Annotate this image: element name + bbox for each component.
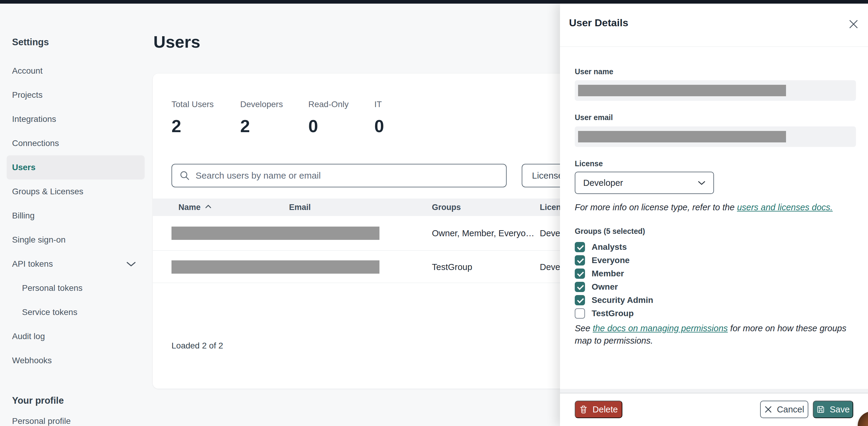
sidebar-item-users[interactable]: Users xyxy=(7,155,145,179)
license-select[interactable]: Developer xyxy=(575,172,714,194)
sidebar-item-single-sign-on[interactable]: Single sign-on xyxy=(12,228,148,252)
user-name-field[interactable] xyxy=(575,80,856,101)
user-name-label: User name xyxy=(575,67,613,76)
sidebar-item-account[interactable]: Account xyxy=(12,59,148,83)
group-option-everyone[interactable]: Everyone xyxy=(575,254,653,267)
group-option-security-admin[interactable]: Security Admin xyxy=(575,293,653,307)
sidebar-item-personal-tokens[interactable]: Personal tokens xyxy=(12,276,148,300)
close-icon xyxy=(764,405,772,413)
sidebar-nav: Account Projects Integrations Connection… xyxy=(12,59,148,373)
cancel-button[interactable]: Cancel xyxy=(760,401,808,418)
permissions-note: See the docs on managing permissions for… xyxy=(575,322,849,347)
panel-title: User Details xyxy=(569,17,628,29)
managing-permissions-docs-link[interactable]: the docs on managing permissions xyxy=(593,323,728,333)
redacted-user-email xyxy=(578,131,786,142)
search-icon xyxy=(179,170,190,181)
license-label: License xyxy=(575,159,603,168)
sidebar-item-webhooks[interactable]: Webhooks xyxy=(12,348,148,373)
chevron-down-icon xyxy=(698,180,706,185)
column-header-groups[interactable]: Groups xyxy=(432,203,461,212)
stat-total-users: Total Users 2 xyxy=(172,100,214,136)
page-title: Users xyxy=(153,32,200,52)
chevron-down-icon xyxy=(126,261,136,267)
close-icon[interactable] xyxy=(847,18,860,30)
groups-checkbox-list: Analysts Everyone Member Owner Security … xyxy=(575,240,653,320)
sidebar-item-projects[interactable]: Projects xyxy=(12,83,148,107)
redacted-name-email xyxy=(172,227,379,240)
search-input[interactable] xyxy=(195,170,499,181)
sidebar-item-groups-licenses[interactable]: Groups & Licenses xyxy=(12,179,148,204)
column-header-name[interactable]: Name xyxy=(179,203,212,212)
group-option-owner[interactable]: Owner xyxy=(575,280,653,293)
redacted-name-email xyxy=(172,260,379,274)
user-search-box xyxy=(172,164,507,187)
license-info-note: For more info on license type, refer to … xyxy=(575,201,849,214)
groups-label: Groups (5 selected) xyxy=(575,227,645,236)
checkbox-testgroup[interactable] xyxy=(575,308,585,319)
divider xyxy=(560,47,868,47)
sidebar-item-billing[interactable]: Billing xyxy=(12,204,148,228)
sort-ascending-icon xyxy=(205,204,212,208)
sidebar-item-service-tokens[interactable]: Service tokens xyxy=(12,300,148,324)
sidebar-item-audit-log[interactable]: Audit log xyxy=(12,324,148,348)
users-and-licenses-docs-link[interactable]: users and licenses docs. xyxy=(737,202,833,212)
sidebar-section-title: Settings xyxy=(12,33,148,51)
user-details-panel: User Details User name User email Licens… xyxy=(560,4,868,426)
group-option-testgroup[interactable]: TestGroup xyxy=(575,307,653,320)
checkbox-security-admin[interactable] xyxy=(575,295,585,305)
sidebar-item-connections[interactable]: Connections xyxy=(12,131,148,155)
top-bar xyxy=(0,0,868,4)
user-email-label: User email xyxy=(575,113,613,122)
settings-sidebar: Settings Account Projects Integrations C… xyxy=(12,33,148,426)
stat-developers: Developers 2 xyxy=(240,100,283,136)
checkbox-member[interactable] xyxy=(575,268,585,279)
delete-button[interactable]: Delete xyxy=(575,401,622,418)
group-option-analysts[interactable]: Analysts xyxy=(575,240,653,254)
save-button[interactable]: Save xyxy=(813,401,853,418)
sidebar-profile-section-title: Your profile xyxy=(12,391,148,410)
loaded-status: Loaded 2 of 2 xyxy=(172,341,223,350)
stat-read-only: Read-Only 0 xyxy=(308,100,349,136)
group-option-member[interactable]: Member xyxy=(575,267,653,280)
user-email-field[interactable] xyxy=(575,126,856,147)
checkbox-analysts[interactable] xyxy=(575,242,585,252)
column-header-email[interactable]: Email xyxy=(289,203,311,212)
trash-icon xyxy=(579,405,588,414)
panel-footer: Delete Cancel Save xyxy=(560,393,868,426)
sidebar-item-integrations[interactable]: Integrations xyxy=(12,107,148,131)
stat-it: IT 0 xyxy=(374,100,384,136)
redacted-user-name xyxy=(578,85,786,96)
sidebar-item-personal-profile[interactable]: Personal profile xyxy=(12,410,148,426)
save-icon xyxy=(816,405,825,414)
checkbox-owner[interactable] xyxy=(575,282,585,292)
checkbox-everyone[interactable] xyxy=(575,255,585,265)
sidebar-item-api-tokens[interactable]: API tokens xyxy=(12,252,148,276)
